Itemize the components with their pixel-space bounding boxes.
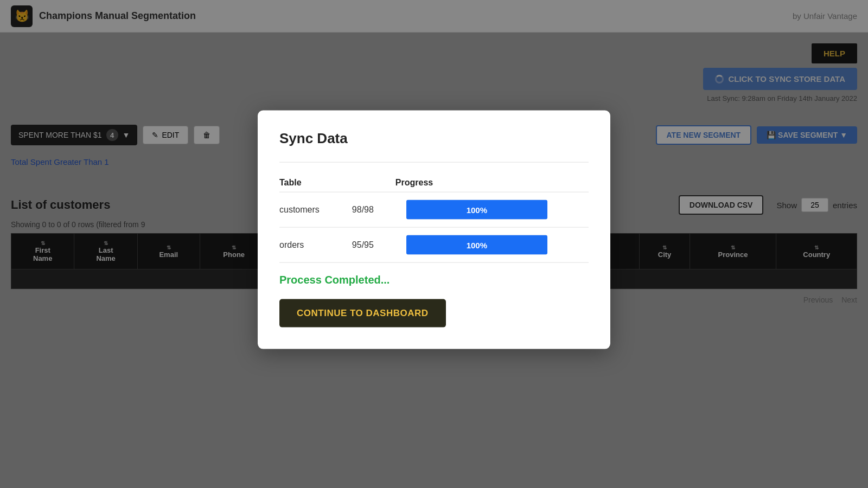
modal-title: Sync Data	[279, 130, 589, 147]
modal-col-count	[330, 174, 395, 192]
progress-label: 100%	[467, 240, 487, 249]
progress-label: 100%	[467, 205, 487, 214]
progress-bar-wrap: 100%	[406, 200, 547, 220]
modal-sync-table: Table Progress customers 98/98 100% orde…	[279, 174, 589, 263]
progress-bar-fill: 100%	[406, 235, 547, 255]
modal-table-count: 98/98	[330, 192, 395, 227]
modal-table-row: customers 98/98 100%	[279, 192, 589, 227]
process-completed-text: Process Completed...	[279, 274, 589, 286]
continue-to-dashboard-button[interactable]: CONTINUE TO DASHBOARD	[279, 299, 446, 328]
modal-divider	[279, 162, 589, 163]
modal-progress-cell: 100%	[395, 192, 589, 227]
modal-table-count: 95/95	[330, 227, 395, 262]
progress-bar-fill: 100%	[406, 200, 547, 220]
modal-progress-cell: 100%	[395, 227, 589, 262]
modal-table-name: customers	[279, 192, 330, 227]
modal-table-header: Table Progress	[279, 174, 589, 192]
modal-table-name: orders	[279, 227, 330, 262]
progress-bar-wrap: 100%	[406, 235, 547, 255]
modal-col-table: Table	[279, 174, 330, 192]
modal-table-row: orders 95/95 100%	[279, 227, 589, 262]
sync-modal: Sync Data Table Progress customers 98/98…	[258, 111, 610, 349]
modal-col-progress: Progress	[395, 174, 589, 192]
